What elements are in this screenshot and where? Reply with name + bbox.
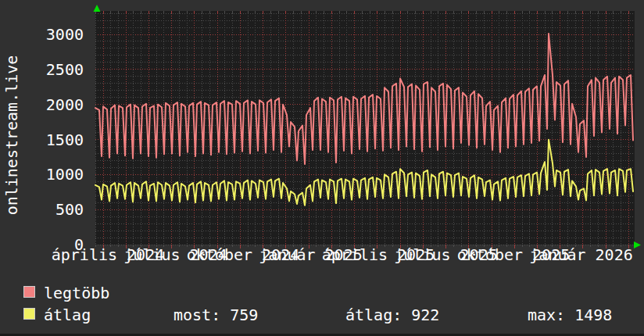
stat-atlag: átlag: 922 (345, 306, 439, 324)
x-axis-label: január 2026 (464, 246, 644, 263)
legend-label-legtobb: legtöbb (44, 284, 109, 302)
legend-swatch-atlag (23, 308, 35, 320)
y-axis-label: 1000 (5, 166, 84, 183)
rrdtool-graph: onlinestream.live 0500100015002000250030… (0, 0, 644, 336)
legend-label-atlag: átlag (44, 306, 91, 324)
y-axis-label: 2500 (5, 61, 84, 78)
y-axis-label: 500 (5, 201, 84, 218)
y-axis-label: 1500 (5, 131, 84, 148)
legend-swatch-legtobb (23, 286, 35, 298)
y-axis-label: 2000 (5, 96, 84, 113)
stat-most: most: 759 (174, 306, 258, 324)
stat-max: max: 1498 (528, 306, 612, 324)
y-axis-label: 3000 (5, 26, 84, 43)
